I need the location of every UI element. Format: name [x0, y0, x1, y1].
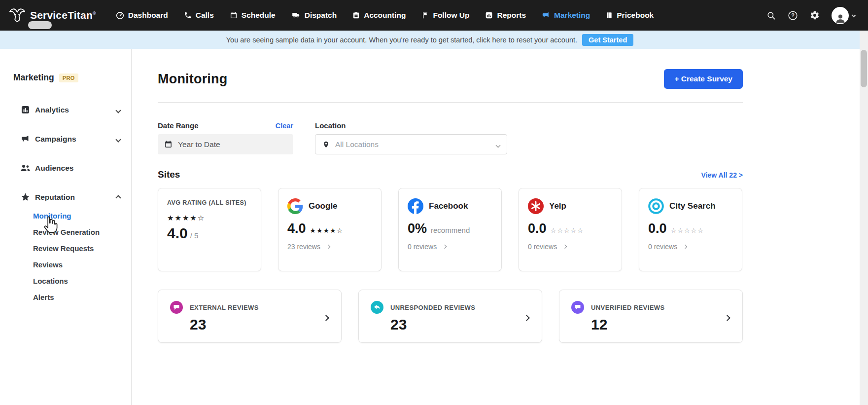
facebook-card[interactable]: Facebook 0% recommend 0 reviews — [398, 188, 502, 271]
svg-text:?: ? — [791, 12, 795, 18]
sidebar-header: Marketing PRO — [0, 73, 131, 83]
banner-click-here-link[interactable]: click here — [476, 36, 506, 44]
bar-chart-icon — [485, 11, 493, 19]
chevron-right-icon — [326, 245, 330, 249]
topnav-dispatch[interactable]: Dispatch — [291, 11, 337, 20]
sidebar-item-campaigns[interactable]: Campaigns — [0, 124, 131, 153]
topnav-pricebook[interactable]: Pricebook — [606, 11, 654, 20]
date-range-value: Year to Date — [178, 140, 220, 149]
yelp-logo-icon — [528, 198, 544, 214]
topnav-label: Follow Up — [433, 11, 469, 20]
topnav-calls[interactable]: Calls — [184, 11, 214, 20]
summary-label: UNRESPONDED REVIEWS — [390, 304, 475, 311]
gear-icon[interactable] — [810, 10, 820, 20]
yelp-card[interactable]: Yelp 0.0 ☆☆☆☆☆ 0 reviews — [519, 188, 622, 271]
unverified-reviews-card[interactable]: UNVERIFIED REVIEWS 12 — [559, 290, 743, 343]
topnav-marketing[interactable]: Marketing — [542, 11, 590, 20]
sidebar-item-locations[interactable]: Locations — [0, 273, 131, 289]
topnav-label: Dispatch — [305, 11, 337, 20]
banner-message: You are seeing sample data in your accou… — [226, 36, 577, 44]
summary-label: EXTERNAL REVIEWS — [190, 304, 259, 311]
site-rating-stars: ★★★★☆ — [310, 226, 344, 234]
sidebar-item-label: Audiences — [35, 164, 73, 173]
brand-name: ServiceTitan® — [30, 9, 96, 21]
marketing-sidebar: Marketing PRO Analytics Campaigns Audien… — [0, 49, 132, 405]
site-reviews-count: 0 reviews — [648, 243, 677, 251]
get-started-button[interactable]: Get Started — [582, 34, 633, 46]
pro-badge: PRO — [59, 74, 78, 82]
site-reviews-link[interactable]: 23 reviews — [287, 243, 372, 251]
unresponded-reviews-card[interactable]: UNRESPONDED REVIEWS 23 — [358, 290, 542, 343]
search-icon[interactable] — [766, 11, 776, 20]
topnav-accounting[interactable]: Accounting — [352, 11, 406, 20]
account-menu[interactable] — [832, 7, 855, 24]
site-rating-value: 0% — [408, 221, 427, 236]
sidebar-item-analytics[interactable]: Analytics — [0, 95, 131, 124]
location-value: All Locations — [335, 140, 379, 149]
summary-value: 12 — [591, 316, 730, 333]
sample-data-banner: You are seeing sample data in your accou… — [0, 31, 860, 49]
topnav-label: Reports — [497, 11, 526, 20]
sidebar-item-label: Analytics — [35, 106, 69, 114]
dashboard-icon — [116, 11, 124, 20]
sidebar-item-review-generation[interactable]: Review Generation — [0, 224, 131, 240]
flag-icon — [421, 11, 429, 19]
summary-cards-row: EXTERNAL REVIEWS 23 UNRESPONDED REVIEWS … — [158, 290, 743, 343]
location-select[interactable]: All Locations — [315, 134, 507, 154]
topnav-label: Calls — [196, 11, 214, 20]
location-label: Location — [315, 121, 346, 130]
main-panel: Monitoring + Create Survey Date Range Cl… — [132, 49, 860, 405]
filters-row: Date Range Clear Year to Date Location A… — [158, 121, 743, 154]
site-reviews-link[interactable]: 0 reviews — [528, 243, 613, 251]
chevron-right-icon — [324, 313, 328, 322]
megaphone-icon — [20, 135, 31, 144]
avg-rating-label: AVG RATING (ALL SITES) — [167, 198, 252, 207]
topnav-follow-up[interactable]: Follow Up — [421, 11, 469, 20]
site-rating-value: 0.0 — [648, 221, 667, 236]
google-card[interactable]: Google 4.0 ★★★★☆ 23 reviews — [278, 188, 382, 271]
sidebar-item-audiences[interactable]: Audiences — [0, 153, 131, 183]
page-title: Monitoring — [158, 72, 227, 87]
sidebar-item-alerts[interactable]: Alerts — [0, 289, 131, 305]
external-reviews-card[interactable]: EXTERNAL REVIEWS 23 — [158, 290, 342, 343]
chevron-down-icon — [496, 140, 500, 149]
site-reviews-link[interactable]: 0 reviews — [648, 243, 733, 251]
chevron-right-icon — [524, 313, 529, 322]
sidebar-toggle-pill[interactable] — [28, 21, 52, 29]
sidebar-item-label: Campaigns — [35, 135, 76, 144]
servicetitan-logo[interactable]: ServiceTitan® — [9, 8, 96, 23]
vertical-scrollbar[interactable] — [860, 31, 868, 405]
scrollbar-thumb[interactable] — [861, 50, 867, 87]
chevron-right-icon — [443, 245, 447, 249]
citysearch-card[interactable]: City Search 0.0 ☆☆☆☆☆ 0 reviews — [639, 188, 742, 271]
site-name: Facebook — [429, 201, 468, 211]
help-icon[interactable]: ? — [788, 10, 798, 21]
sidebar-item-monitoring[interactable]: Monitoring — [0, 208, 131, 224]
create-survey-button[interactable]: + Create Survey — [664, 69, 743, 89]
book-icon — [606, 11, 613, 19]
chevron-up-icon — [116, 193, 120, 202]
avg-rating-card[interactable]: AVG RATING (ALL SITES) ★★★★☆ 4.0 / 5 — [158, 188, 261, 271]
clear-date-link[interactable]: Clear — [276, 122, 293, 130]
goat-logo-icon — [9, 8, 26, 23]
top-nav-menu: Dashboard Calls Schedule Dispatch Accoun… — [116, 11, 654, 20]
topnav-reports[interactable]: Reports — [485, 11, 526, 20]
google-logo-icon — [287, 198, 303, 214]
topnav-schedule[interactable]: Schedule — [230, 11, 276, 20]
site-rating-stars: ☆☆☆☆☆ — [671, 226, 704, 234]
summary-value: 23 — [190, 316, 329, 333]
topnav-dashboard[interactable]: Dashboard — [116, 11, 168, 20]
site-reviews-count: 0 reviews — [528, 243, 557, 251]
date-range-input[interactable]: Year to Date — [158, 134, 293, 154]
speech-bubble-icon — [170, 301, 183, 314]
site-reviews-link[interactable]: 0 reviews — [408, 243, 492, 251]
truck-icon — [291, 11, 301, 19]
view-all-link[interactable]: View All 22 > — [701, 171, 743, 179]
sidebar-item-review-requests[interactable]: Review Requests — [0, 240, 131, 257]
sidebar-item-reviews[interactable]: Reviews — [0, 257, 131, 273]
bar-chart-square-icon — [20, 105, 31, 114]
sites-heading: Sites — [158, 169, 180, 180]
site-rating-value: 4.0 — [287, 221, 306, 236]
star-icon — [20, 192, 31, 202]
content-area: Marketing PRO Analytics Campaigns Audien… — [0, 49, 860, 405]
